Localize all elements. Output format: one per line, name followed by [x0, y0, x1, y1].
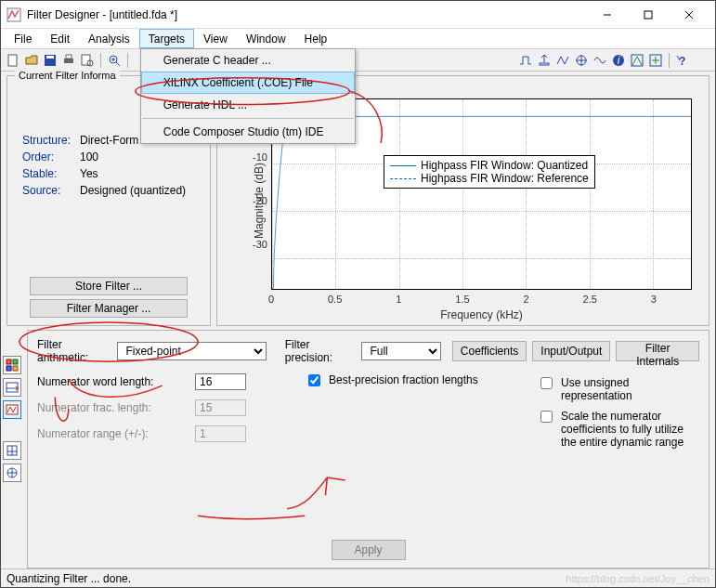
window-title: Filter Designer - [untitled.fda *] — [27, 8, 587, 21]
svg-rect-25 — [7, 366, 11, 371]
watermark: https://blog.csdn.net/Joy__chen — [566, 573, 709, 584]
toolbar: i ? — [1, 49, 715, 72]
zoom-in-icon[interactable] — [106, 52, 123, 69]
structure-label: Structure: — [22, 134, 80, 147]
xtick-1: 1 — [384, 294, 412, 305]
menu-targets[interactable]: Targets Generate C header ... XILINX Coe… — [139, 29, 194, 48]
svg-rect-23 — [7, 359, 11, 364]
menu-window[interactable]: Window — [237, 29, 295, 48]
numerator-wl-input[interactable] — [195, 373, 246, 390]
quantization-panel: Filter arithmetic: Fixed-point Filter pr… — [27, 330, 709, 568]
side-btn-2[interactable] — [3, 378, 21, 397]
app-window: Filter Designer - [untitled.fda *] File … — [0, 0, 716, 588]
numerator-wl-label: Numerator word length: — [37, 375, 195, 388]
filter-spec-icon[interactable] — [517, 52, 534, 69]
best-precision-checkbox[interactable] — [308, 374, 320, 386]
order-value: 100 — [80, 150, 199, 163]
svg-text:?: ? — [679, 55, 685, 68]
print-preview-icon[interactable] — [79, 52, 96, 69]
tab-input-output[interactable]: Input/Output — [532, 341, 610, 361]
help-icon[interactable]: ? — [674, 52, 691, 69]
unsigned-label: Use unsigned representation — [561, 376, 699, 402]
scale-label: Scale the numerator coefficients to full… — [561, 410, 699, 449]
menu-bar: File Edit Analysis Targets Generate C he… — [1, 29, 715, 49]
menu-item-ccs-ide[interactable]: Code Composer Studio (tm) IDE — [141, 121, 355, 143]
svg-rect-6 — [64, 59, 73, 63]
stable-value: Yes — [80, 167, 199, 180]
xtick-2: 2 — [513, 294, 540, 305]
numerator-range-input — [195, 425, 246, 442]
apply-button[interactable]: Apply — [332, 540, 406, 560]
store-filter-button[interactable]: Store Filter ... — [30, 277, 188, 295]
magnitude-icon[interactable] — [554, 52, 571, 69]
unsigned-checkbox[interactable] — [540, 377, 553, 389]
numerator-range-label: Numerator range (+/-): — [37, 427, 195, 440]
svg-line-11 — [116, 62, 120, 66]
svg-rect-8 — [82, 55, 90, 65]
plot-legend[interactable]: Highpass FIR Window: Quantized Highpass … — [384, 155, 595, 189]
best-precision-label: Best-precision fraction lengths — [329, 373, 478, 386]
ytick--20: -20 — [245, 195, 267, 206]
filter-arithmetic-select[interactable]: Fixed-point — [117, 342, 267, 360]
stable-label: Stable: — [22, 167, 80, 180]
up-arrow-icon[interactable] — [536, 52, 553, 69]
menu-item-xilinx-coe[interactable]: XILINX Coefficient (.COE) File — [141, 72, 355, 94]
side-btn-1[interactable] — [3, 356, 21, 374]
tab-filter-internals[interactable]: Filter Internals — [616, 341, 699, 361]
print-icon[interactable] — [60, 52, 77, 69]
legend-swatch-dash — [390, 178, 416, 179]
xtick-1.5: 1.5 — [449, 294, 476, 305]
filter-manager-button[interactable]: Filter Manager ... — [30, 299, 188, 318]
maximize-button[interactable] — [628, 2, 669, 28]
menu-item-generate-hdl[interactable]: Generate HDL ... — [141, 94, 355, 116]
box-a-icon[interactable] — [629, 52, 645, 69]
filter-arithmetic-label: Filter arithmetic: — [37, 338, 111, 364]
status-bar: Quantizing Filter ... done. https://blog… — [1, 568, 715, 587]
title-bar: Filter Designer - [untitled.fda *] — [1, 1, 715, 29]
order-label: Order: — [22, 150, 80, 163]
svg-rect-26 — [13, 366, 18, 371]
menu-edit[interactable]: Edit — [41, 29, 79, 48]
side-btn-5[interactable] — [3, 464, 21, 482]
legend-swatch-solid — [390, 165, 416, 166]
close-button[interactable] — [669, 2, 709, 28]
numerator-frac-input — [195, 399, 246, 416]
menu-file[interactable]: File — [5, 29, 41, 48]
side-toolbar — [3, 328, 23, 568]
svg-rect-3 — [8, 55, 17, 66]
filter-precision-select[interactable]: Full — [361, 342, 440, 360]
menu-view[interactable]: View — [194, 29, 237, 48]
svg-rect-2 — [644, 11, 652, 19]
status-text: Quantizing Filter ... done. — [7, 572, 131, 585]
plot-xlabel: Frequency (kHz) — [271, 308, 692, 321]
tab-coefficients[interactable]: Coefficients — [452, 341, 527, 361]
box-b-icon[interactable] — [647, 52, 664, 69]
filter-info-legend: Current Filter Informa — [15, 70, 120, 81]
minimize-button[interactable] — [587, 2, 628, 28]
info-icon[interactable]: i — [610, 52, 627, 69]
xtick-0: 0 — [257, 294, 285, 305]
ytick--10: -10 — [245, 151, 267, 163]
scale-checkbox[interactable] — [540, 411, 553, 423]
filter-precision-label: Filter precision: — [285, 338, 357, 364]
side-btn-4[interactable] — [3, 441, 21, 460]
app-icon — [7, 7, 21, 22]
svg-rect-14 — [540, 63, 549, 65]
open-icon[interactable] — [23, 52, 40, 69]
side-btn-3-selected[interactable] — [3, 400, 21, 419]
ytick--30: -30 — [245, 239, 267, 250]
new-icon[interactable] — [5, 52, 21, 69]
polezero-icon[interactable] — [573, 52, 590, 69]
save-icon[interactable] — [42, 52, 59, 69]
content-area: Current Filter Informa Structure: Direct… — [1, 72, 715, 568]
menu-help[interactable]: Help — [295, 29, 337, 48]
svg-text:i: i — [618, 54, 620, 67]
numerator-frac-label: Numerator frac. length: — [37, 401, 195, 414]
wave-blue-icon[interactable] — [592, 52, 608, 69]
svg-rect-7 — [66, 55, 72, 59]
source-value: Designed (quantized) — [80, 184, 199, 197]
menu-item-generate-c-header[interactable]: Generate C header ... — [141, 49, 355, 72]
svg-rect-24 — [13, 359, 18, 364]
menu-analysis[interactable]: Analysis — [79, 29, 139, 48]
xtick-0.5: 0.5 — [321, 294, 349, 305]
